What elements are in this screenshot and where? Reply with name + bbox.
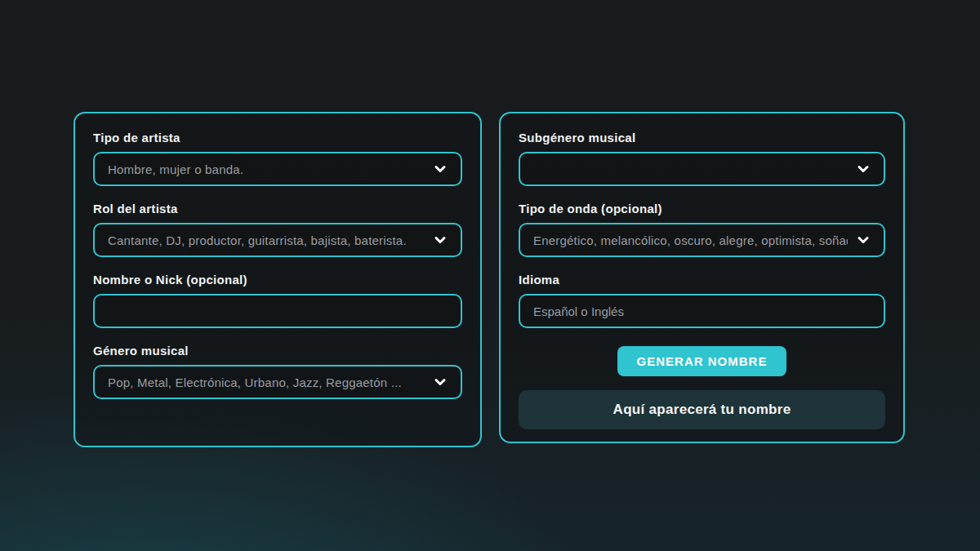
nombre-o-nick-input[interactable] — [93, 294, 462, 328]
idioma-label: Idioma — [519, 273, 885, 287]
style-and-generate-panel: Subgénero musical Tipo de onda (opcional… — [499, 112, 905, 443]
rol-del-artista-label: Rol del artista — [93, 202, 462, 216]
field-nombre-o-nick: Nombre o Nick (opcional) — [93, 273, 462, 328]
tipo-de-onda-label: Tipo de onda (opcional) — [519, 202, 885, 216]
chevron-down-icon — [433, 375, 448, 389]
genero-musical-placeholder: Pop, Metal, Electrónica, Urbano, Jazz, R… — [108, 375, 425, 389]
field-tipo-de-onda: Tipo de onda (opcional) Energético, mela… — [519, 202, 885, 257]
tipo-de-onda-placeholder: Energético, melancólico, oscuro, alegre,… — [533, 233, 848, 247]
tipo-de-artista-placeholder: Hombre, mujer o banda. — [108, 162, 425, 176]
field-idioma: Idioma — [519, 273, 885, 328]
field-tipo-de-artista: Tipo de artista Hombre, mujer o banda. — [93, 131, 462, 186]
field-subgenero-musical: Subgénero musical — [519, 131, 885, 186]
chevron-down-icon — [856, 233, 871, 247]
subgenero-musical-select[interactable] — [519, 152, 885, 186]
chevron-down-icon — [433, 233, 448, 247]
artist-name-generator-page: { "theme": { "accent": "#2fc4cf", "backg… — [0, 0, 980, 551]
generar-nombre-button[interactable]: GENERAR NOMBRE — [617, 346, 787, 376]
tipo-de-artista-label: Tipo de artista — [93, 131, 462, 144]
genero-musical-label: Género musical — [93, 344, 462, 358]
subgenero-musical-label: Subgénero musical — [519, 131, 885, 144]
tipo-de-artista-select[interactable]: Hombre, mujer o banda. — [93, 152, 462, 186]
field-genero-musical: Género musical Pop, Metal, Electrónica, … — [93, 344, 462, 399]
rol-del-artista-placeholder: Cantante, DJ, productor, guitarrista, ba… — [108, 233, 425, 247]
chevron-down-icon — [856, 162, 871, 176]
generated-name-placeholder-text: Aquí aparecerá tu nombre — [613, 402, 791, 418]
generated-name-result-box: Aquí aparecerá tu nombre — [519, 390, 885, 429]
idioma-input[interactable] — [519, 294, 885, 328]
artist-basics-panel: Tipo de artista Hombre, mujer o banda. R… — [74, 112, 482, 447]
rol-del-artista-select[interactable]: Cantante, DJ, productor, guitarrista, ba… — [93, 223, 462, 257]
tipo-de-onda-select[interactable]: Energético, melancólico, oscuro, alegre,… — [519, 223, 885, 257]
field-rol-del-artista: Rol del artista Cantante, DJ, productor,… — [93, 202, 462, 257]
genero-musical-select[interactable]: Pop, Metal, Electrónica, Urbano, Jazz, R… — [93, 365, 462, 399]
nombre-o-nick-label: Nombre o Nick (opcional) — [93, 273, 462, 287]
chevron-down-icon — [433, 162, 448, 176]
generate-button-row: GENERAR NOMBRE — [519, 346, 885, 376]
